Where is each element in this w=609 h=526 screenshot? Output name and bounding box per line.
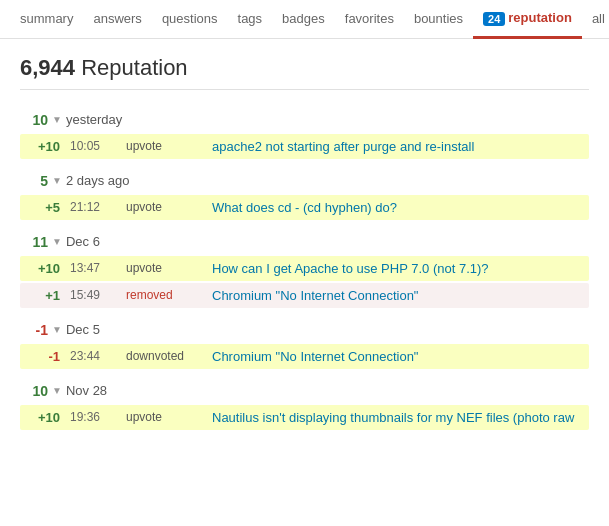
rep-type: upvote bbox=[126, 200, 196, 214]
rep-type: upvote bbox=[126, 139, 196, 153]
nav-tab-all[interactable]: all bbox=[582, 1, 609, 36]
nav-tab-label-all: all bbox=[592, 11, 605, 26]
nav-tab-badges[interactable]: badges bbox=[272, 1, 335, 36]
nav-tab-label-summary: summary bbox=[20, 11, 73, 26]
rep-change-value: +5 bbox=[28, 200, 60, 215]
rep-section-total-dec6: 11 bbox=[20, 234, 48, 250]
rep-time: 15:49 bbox=[70, 288, 112, 302]
rep-row: +1013:47upvoteHow can I get Apache to us… bbox=[20, 256, 589, 281]
rep-section-date-dec5: Dec 5 bbox=[66, 322, 100, 337]
rep-change-value: +10 bbox=[28, 261, 60, 276]
nav-tab-label-tags: tags bbox=[238, 11, 263, 26]
rep-section-2days: 5▼2 days ago+521:12upvoteWhat does cd - … bbox=[20, 167, 589, 220]
nav-tab-bounties[interactable]: bounties bbox=[404, 1, 473, 36]
rep-row: +521:12upvoteWhat does cd - (cd hyphen) … bbox=[20, 195, 589, 220]
nav-tab-label-reputation: reputation bbox=[508, 10, 572, 25]
rep-section-header-2days: 5▼2 days ago bbox=[20, 167, 589, 195]
rep-row: +115:49removedChromium "No Internet Conn… bbox=[20, 283, 589, 308]
rep-section-total-dec5: -1 bbox=[20, 322, 48, 338]
chevron-down-icon-dec5[interactable]: ▼ bbox=[52, 324, 62, 335]
nav-tab-questions[interactable]: questions bbox=[152, 1, 228, 36]
rep-time: 21:12 bbox=[70, 200, 112, 214]
nav-tab-reputation[interactable]: 24reputation bbox=[473, 0, 582, 39]
nav-tab-summary[interactable]: summary bbox=[10, 1, 83, 36]
rep-post-link[interactable]: apache2 not starting after purge and re-… bbox=[212, 139, 581, 154]
rep-section-total-nov28: 10 bbox=[20, 383, 48, 399]
rep-section-date-dec6: Dec 6 bbox=[66, 234, 100, 249]
chevron-down-icon-2days[interactable]: ▼ bbox=[52, 175, 62, 186]
rep-type: downvoted bbox=[126, 349, 196, 363]
nav-tab-badge-reputation: 24 bbox=[483, 12, 505, 26]
nav-tab-label-badges: badges bbox=[282, 11, 325, 26]
rep-section-dec5: -1▼Dec 5-123:44downvotedChromium "No Int… bbox=[20, 316, 589, 369]
rep-section-total-2days: 5 bbox=[20, 173, 48, 189]
reputation-count: 6,944 bbox=[20, 55, 75, 80]
rep-section-yesterday: 10▼yesterday+1010:05upvoteapache2 not st… bbox=[20, 106, 589, 159]
nav-tab-label-questions: questions bbox=[162, 11, 218, 26]
rep-section-nov28: 10▼Nov 28+1019:36upvoteNautilus isn't di… bbox=[20, 377, 589, 430]
rep-section-header-nov28: 10▼Nov 28 bbox=[20, 377, 589, 405]
nav-tab-tags[interactable]: tags bbox=[228, 1, 273, 36]
nav-tab-label-answers: answers bbox=[93, 11, 141, 26]
chevron-down-icon-dec6[interactable]: ▼ bbox=[52, 236, 62, 247]
rep-post-link[interactable]: How can I get Apache to use PHP 7.0 (not… bbox=[212, 261, 581, 276]
rep-post-link[interactable]: Chromium "No Internet Connection" bbox=[212, 349, 581, 364]
nav-tabs: summaryanswersquestionstagsbadgesfavorit… bbox=[0, 0, 609, 39]
nav-tab-label-favorites: favorites bbox=[345, 11, 394, 26]
rep-section-header-dec6: 11▼Dec 6 bbox=[20, 228, 589, 256]
rep-row: -123:44downvotedChromium "No Internet Co… bbox=[20, 344, 589, 369]
rep-time: 10:05 bbox=[70, 139, 112, 153]
rep-time: 23:44 bbox=[70, 349, 112, 363]
page-title: 6,944 Reputation bbox=[20, 55, 589, 90]
rep-row: +1010:05upvoteapache2 not starting after… bbox=[20, 134, 589, 159]
nav-tab-answers[interactable]: answers bbox=[83, 1, 151, 36]
rep-time: 13:47 bbox=[70, 261, 112, 275]
rep-change-value: +10 bbox=[28, 410, 60, 425]
rep-section-header-yesterday: 10▼yesterday bbox=[20, 106, 589, 134]
chevron-down-icon-yesterday[interactable]: ▼ bbox=[52, 114, 62, 125]
rep-type: removed bbox=[126, 288, 196, 302]
rep-section-date-nov28: Nov 28 bbox=[66, 383, 107, 398]
rep-time: 19:36 bbox=[70, 410, 112, 424]
rep-post-link[interactable]: What does cd - (cd hyphen) do? bbox=[212, 200, 581, 215]
rep-type: upvote bbox=[126, 261, 196, 275]
rep-type: upvote bbox=[126, 410, 196, 424]
rep-change-value: -1 bbox=[28, 349, 60, 364]
chevron-down-icon-nov28[interactable]: ▼ bbox=[52, 385, 62, 396]
rep-row: +1019:36upvoteNautilus isn't displaying … bbox=[20, 405, 589, 430]
rep-section-total-yesterday: 10 bbox=[20, 112, 48, 128]
nav-tab-label-bounties: bounties bbox=[414, 11, 463, 26]
rep-change-value: +10 bbox=[28, 139, 60, 154]
rep-change-value: +1 bbox=[28, 288, 60, 303]
rep-section-header-dec5: -1▼Dec 5 bbox=[20, 316, 589, 344]
rep-post-link[interactable]: Nautilus isn't displaying thumbnails for… bbox=[212, 410, 581, 425]
rep-section-dec6: 11▼Dec 6+1013:47upvoteHow can I get Apac… bbox=[20, 228, 589, 308]
nav-tab-favorites[interactable]: favorites bbox=[335, 1, 404, 36]
reputation-sections: 10▼yesterday+1010:05upvoteapache2 not st… bbox=[20, 106, 589, 430]
rep-section-date-yesterday: yesterday bbox=[66, 112, 122, 127]
reputation-label: Reputation bbox=[81, 55, 187, 80]
page-content: 6,944 Reputation 10▼yesterday+1010:05upv… bbox=[0, 39, 609, 454]
rep-post-link[interactable]: Chromium "No Internet Connection" bbox=[212, 288, 581, 303]
rep-section-date-2days: 2 days ago bbox=[66, 173, 130, 188]
